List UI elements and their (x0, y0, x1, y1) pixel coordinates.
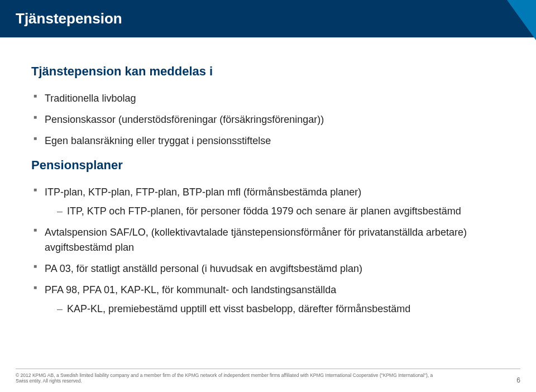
list-item: Pensionskassor (understödsföreningar (fö… (34, 112, 505, 127)
footer: © 2012 KPMG AB, a Swedish limited liabil… (16, 369, 520, 384)
slide-title: Tjänstepension (16, 10, 520, 27)
title-bar: Tjänstepension (0, 0, 536, 37)
bullet-list-2: ITP-plan, KTP-plan, FTP-plan, BTP-plan m… (34, 185, 505, 316)
list-item: Traditionella livbolag (34, 91, 505, 106)
list-item: PFA 98, PFA 01, KAP-KL, för kommunalt- o… (34, 283, 505, 316)
list-item-text: ITP-plan, KTP-plan, FTP-plan, BTP-plan m… (45, 187, 361, 198)
sub-list: ITP, KTP och FTP-planen, för personer fö… (57, 204, 505, 218)
section-heading-1: Tjänstepension kan meddelas i (31, 64, 505, 79)
page-number: 6 (516, 376, 520, 384)
section-heading-2: Pensionsplaner (31, 158, 505, 173)
sub-list-item: ITP, KTP och FTP-planen, för personer fö… (57, 204, 505, 218)
list-item: PA 03, för statligt anställd personal (i… (34, 261, 505, 276)
accent-wedge-icon (507, 0, 536, 40)
sub-list-item: KAP-KL, premiebestämd upptill ett visst … (57, 302, 505, 316)
list-item-text: PFA 98, PFA 01, KAP-KL, för kommunalt- o… (45, 284, 336, 295)
list-item: Egen balansräkning eller tryggat i pensi… (34, 133, 505, 148)
list-item: ITP-plan, KTP-plan, FTP-plan, BTP-plan m… (34, 185, 505, 218)
content-area: Tjänstepension kan meddelas i Traditione… (0, 37, 536, 316)
slide: Tjänstepension Tjänstepension kan meddel… (0, 0, 536, 392)
bullet-list-1: Traditionella livbolag Pensionskassor (u… (34, 91, 505, 148)
list-item: Avtalspension SAF/LO, (kollektivavtalade… (34, 225, 505, 254)
footer-copyright: © 2012 KPMG AB, a Swedish limited liabil… (16, 372, 440, 384)
sub-list: KAP-KL, premiebestämd upptill ett visst … (57, 302, 505, 316)
